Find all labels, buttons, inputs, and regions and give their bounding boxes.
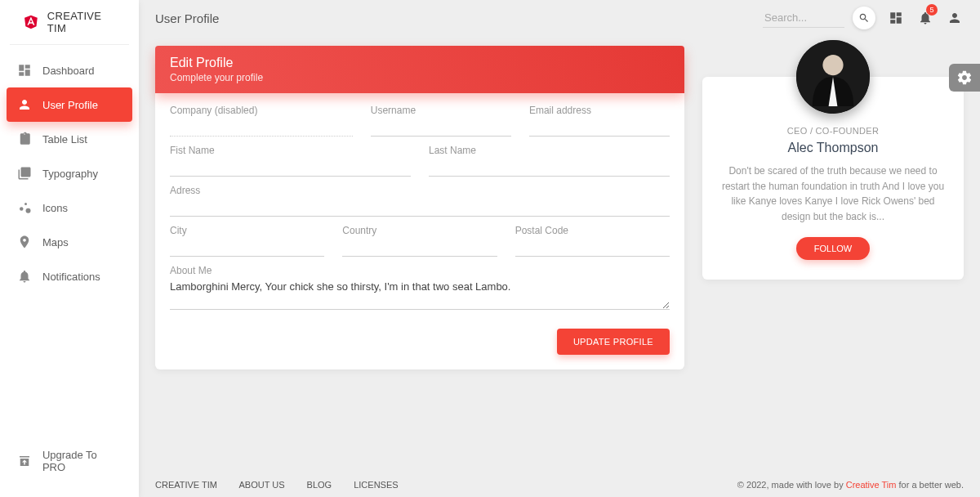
svg-point-1 <box>24 203 27 205</box>
last-name-input[interactable] <box>429 159 670 177</box>
person-icon <box>947 11 962 25</box>
email-input[interactable] <box>529 119 670 137</box>
svg-point-4 <box>822 55 843 75</box>
person-icon <box>16 96 33 113</box>
field-label: Username <box>371 105 511 119</box>
search-icon <box>858 12 870 24</box>
field-label: Last Name <box>429 145 670 159</box>
sidebar-item-icons[interactable]: Icons <box>7 190 132 225</box>
settings-gear[interactable] <box>949 64 980 92</box>
footer-text: for a better web. <box>896 480 964 490</box>
dashboard-toggle[interactable] <box>887 9 905 27</box>
update-profile-button[interactable]: UPDATE PROFILE <box>557 329 670 355</box>
field-label: About Me <box>170 265 670 279</box>
bubble-icon <box>16 199 33 216</box>
last-name-field: Last Name <box>429 145 670 177</box>
address-field: Adress <box>170 185 670 217</box>
sidebar-item-table-list[interactable]: Table List <box>7 122 132 156</box>
field-label: Fist Name <box>170 145 411 159</box>
gear-icon <box>956 69 973 86</box>
search <box>763 8 844 28</box>
angular-icon <box>23 13 39 31</box>
notifications-button[interactable]: 5 <box>916 9 934 27</box>
sidebar-item-notifications[interactable]: Notifications <box>7 259 132 293</box>
sidebar-item-upgrade[interactable]: Upgrade To PRO <box>7 440 132 482</box>
search-input[interactable] <box>763 8 844 27</box>
footer-brand-link[interactable]: Creative Tim <box>846 480 897 490</box>
card-header: Edit Profile Complete your profile <box>155 46 684 93</box>
email-field: Email address <box>529 105 670 137</box>
address-input[interactable] <box>170 199 670 217</box>
sidebar-item-label: Icons <box>42 202 68 214</box>
country-input[interactable] <box>342 239 497 257</box>
sidebar: CREATIVE TIM Dashboard User Profile Tabl… <box>0 0 139 497</box>
account-button[interactable] <box>946 9 964 27</box>
field-label: Email address <box>529 105 670 119</box>
username-input[interactable] <box>371 119 511 137</box>
sidebar-item-label: Dashboard <box>42 65 95 77</box>
company-input <box>170 119 353 137</box>
field-label: Postal Code <box>515 225 670 239</box>
first-name-input[interactable] <box>170 159 411 177</box>
svg-point-2 <box>26 208 31 213</box>
follow-button[interactable]: FOLLOW <box>796 237 870 260</box>
location-icon <box>16 234 33 250</box>
profile-description: Don't be scared of the truth because we … <box>720 163 946 224</box>
brand-name: CREATIVE TIM <box>47 10 116 34</box>
first-name-field: Fist Name <box>170 145 411 177</box>
card-subtitle: Complete your profile <box>170 72 670 83</box>
card-title: Edit Profile <box>170 56 670 70</box>
sidebar-nav: Dashboard User Profile Table List Typogr… <box>0 53 139 432</box>
clipboard-icon <box>16 131 33 147</box>
footer-link[interactable]: ABOUT US <box>238 480 284 490</box>
card-body: Company (disabled) Username Email addres… <box>155 93 684 369</box>
sidebar-item-label: Notifications <box>42 271 100 283</box>
field-label: Company (disabled) <box>170 105 353 119</box>
content: Edit Profile Complete your profile Compa… <box>139 36 980 472</box>
sidebar-item-dashboard[interactable]: Dashboard <box>7 53 132 87</box>
profile-card: CEO / CO-FOUNDER Alec Thompson Don't be … <box>702 77 964 280</box>
search-button[interactable] <box>853 7 875 29</box>
sidebar-item-label: Table List <box>42 133 87 146</box>
notification-badge: 5 <box>926 4 938 16</box>
about-input[interactable] <box>170 279 670 310</box>
brand-logo[interactable]: CREATIVE TIM <box>10 0 129 45</box>
page-title: User Profile <box>155 11 763 25</box>
dashboard-icon <box>16 62 33 78</box>
sidebar-item-maps[interactable]: Maps <box>7 225 132 259</box>
profile-name: Alec Thompson <box>720 141 946 155</box>
sidebar-item-typography[interactable]: Typography <box>7 156 132 190</box>
footer-link[interactable]: BLOG <box>307 480 332 490</box>
city-input[interactable] <box>170 239 324 257</box>
avatar <box>796 40 870 114</box>
footer-text: © 2022, made with love by <box>737 480 846 490</box>
company-field: Company (disabled) <box>170 105 353 137</box>
sidebar-item-user-profile[interactable]: User Profile <box>7 87 132 122</box>
profile-role: CEO / CO-FOUNDER <box>720 126 946 136</box>
field-label: City <box>170 225 324 239</box>
main: User Profile 5 Edit Profile Complete you… <box>139 0 980 497</box>
avatar-photo <box>796 40 870 114</box>
edit-profile-card: Edit Profile Complete your profile Compa… <box>155 60 684 369</box>
postal-input[interactable] <box>515 239 670 257</box>
footer: CREATIVE TIM ABOUT US BLOG LICENSES © 20… <box>139 472 980 497</box>
country-field: Country <box>342 225 497 257</box>
grid-icon <box>889 11 903 25</box>
field-label: Adress <box>170 185 670 199</box>
unarchive-icon <box>16 453 33 469</box>
bell-icon <box>16 268 33 284</box>
username-field: Username <box>371 105 511 137</box>
sidebar-item-label: Maps <box>42 236 69 248</box>
footer-links: CREATIVE TIM ABOUT US BLOG LICENSES <box>155 480 418 490</box>
library-icon <box>16 165 33 181</box>
about-field: About Me <box>170 265 670 312</box>
sidebar-item-label: User Profile <box>42 99 98 111</box>
svg-point-0 <box>20 207 24 211</box>
field-label: Country <box>342 225 497 239</box>
city-field: City <box>170 225 324 257</box>
sidebar-item-label: Typography <box>42 168 98 180</box>
postal-field: Postal Code <box>515 225 670 257</box>
footer-link[interactable]: LICENSES <box>354 480 398 490</box>
sidebar-item-label: Upgrade To PRO <box>42 449 122 473</box>
footer-link[interactable]: CREATIVE TIM <box>155 480 217 490</box>
